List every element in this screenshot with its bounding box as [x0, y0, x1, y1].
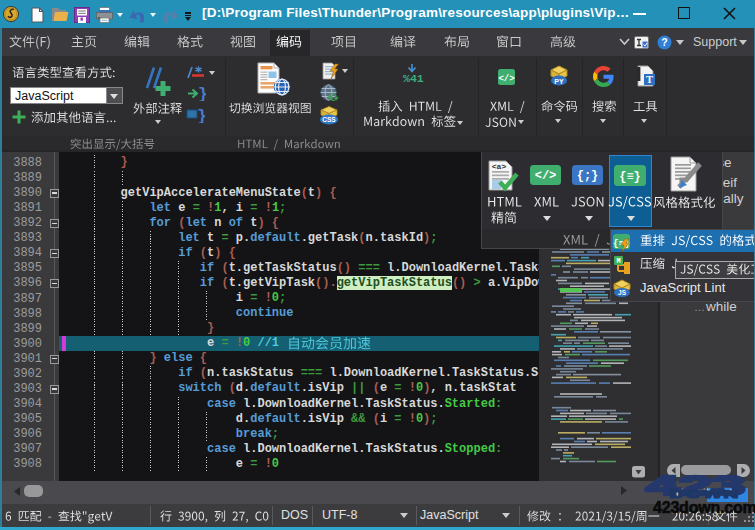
- svg-text:CSS: CSS: [322, 116, 336, 123]
- svg-text:</>: </>: [535, 169, 557, 183]
- svg-text:PY: PY: [554, 78, 564, 85]
- svg-text:{≡}: {≡}: [619, 170, 641, 184]
- svg-text:</>: </>: [498, 74, 514, 84]
- svg-text:<a>: <a>: [492, 162, 507, 171]
- svg-text:}: }: [198, 86, 206, 101]
- svg-text:JS: JS: [618, 289, 627, 296]
- svg-text:M: M: [616, 257, 620, 265]
- svg-text:T: T: [646, 74, 653, 85]
- svg-text:{;}: {;}: [577, 169, 599, 183]
- svg-text:}: }: [197, 108, 205, 124]
- svg-text:?: ?: [661, 36, 667, 48]
